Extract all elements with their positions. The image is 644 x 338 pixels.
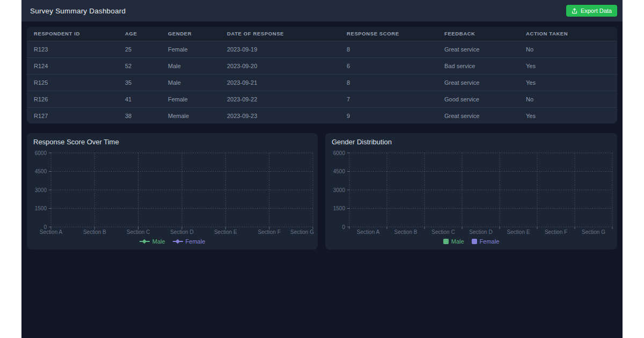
table-cell: R125	[27, 74, 118, 91]
legend-marker	[472, 239, 477, 244]
table-row: R12535Male2023-09-218Great serviceYes	[27, 74, 617, 91]
table-cell: No	[519, 41, 617, 57]
axis-tick-label: Section C	[431, 229, 455, 235]
survey-table-card: RESPONDENT IDAGEGENDERDATE OF RESPONSERE…	[27, 27, 617, 123]
axis-tick-label: Section A	[357, 229, 380, 235]
table-cell: Male	[161, 74, 220, 91]
table-cell: 8	[340, 41, 437, 57]
legend-item-male[interactable]: Male	[443, 238, 464, 245]
legend-item-female[interactable]: Female	[472, 238, 500, 245]
table-cell: Good service	[437, 91, 519, 107]
table-cell: Great service	[437, 41, 519, 57]
export-button-label: Export Data	[581, 8, 612, 14]
table-cell: Male	[161, 57, 220, 74]
table-cell: Yes	[519, 74, 617, 91]
axis-tick-label: Section E	[507, 229, 530, 235]
table-cell: R126	[27, 91, 118, 107]
table-cell: 38	[118, 107, 161, 123]
axis-tick-label: 4500	[35, 168, 47, 174]
legend-marker	[140, 241, 150, 242]
gender-distribution-bar-chart: 01500300045006000Section ASection BSecti…	[325, 149, 617, 235]
table-cell: 7	[340, 91, 437, 107]
table-cell: 41	[118, 91, 161, 107]
legend-marker	[173, 241, 183, 242]
table-cell: 25	[118, 41, 161, 57]
table-cell: 2023-09-22	[220, 91, 340, 107]
page-title: Survey Summary Dashboard	[30, 7, 126, 15]
axis-tick-label: Section E	[214, 229, 237, 235]
column-header: RESPONSE SCORE	[340, 27, 437, 41]
column-header: RESPONDENT ID	[27, 27, 118, 41]
axis-tick-label: Section B	[83, 229, 106, 235]
column-header: GENDER	[161, 27, 220, 41]
table-cell: 2023-09-20	[220, 57, 340, 74]
table-cell: R127	[27, 107, 118, 123]
legend-item-female[interactable]: Female	[173, 238, 206, 245]
axis-tick-label: 1500	[35, 205, 47, 211]
axis-tick-label: Section C	[127, 229, 150, 235]
table-cell: 2023-09-21	[220, 74, 340, 91]
table-row: R12641Female2023-09-227Good serviceNo	[27, 91, 617, 107]
column-header: AGE	[118, 27, 161, 41]
table-cell: 8	[340, 74, 437, 91]
table-cell: R124	[27, 57, 118, 74]
table-cell: Bad service	[437, 57, 519, 74]
response-score-line-chart: 01500300045006000Section ASection BSecti…	[27, 149, 318, 235]
table-cell: Yes	[519, 57, 617, 74]
table-cell: 52	[118, 57, 161, 74]
column-header: FEEDBACK	[437, 27, 519, 41]
table-cell: Memale	[161, 107, 220, 123]
line-chart-legend: MaleFemale	[27, 238, 318, 245]
table-cell: Female	[161, 91, 220, 107]
legend-item-male[interactable]: Male	[140, 238, 165, 245]
axis-tick-label: 1500	[333, 205, 346, 211]
table-cell: No	[519, 91, 617, 107]
axis-tick-label: Section G	[582, 229, 605, 235]
bar-chart-legend: MaleFemale	[325, 238, 617, 245]
axis-tick-label: 4500	[333, 168, 346, 174]
bar-chart-panel: Gender Distribution 01500300045006000Sec…	[325, 133, 617, 249]
survey-table: RESPONDENT IDAGEGENDERDATE OF RESPONSERE…	[27, 27, 617, 123]
dashboard-app: Survey Summary Dashboard Export Data RES…	[21, 0, 623, 338]
table-cell: 2023-09-19	[220, 41, 340, 57]
table-header-row: RESPONDENT IDAGEGENDERDATE OF RESPONSERE…	[27, 27, 617, 41]
axis-tick-label: Section D	[170, 229, 193, 235]
axis-tick-label: 6000	[35, 150, 47, 156]
axis-tick-label: 3000	[35, 187, 47, 193]
line-chart-title: Response Score Over Time	[33, 138, 119, 146]
axis-tick-label: Section D	[469, 229, 492, 235]
axis-tick-label: Section A	[40, 229, 63, 235]
export-data-button[interactable]: Export Data	[566, 5, 617, 17]
axis-tick-label: Section F	[545, 229, 567, 235]
column-header: DATE OF RESPONSE	[220, 27, 340, 41]
column-header: ACTION TAKEN	[519, 27, 617, 41]
legend-label: Male	[152, 238, 165, 245]
legend-marker	[443, 239, 449, 244]
export-upload-icon	[572, 8, 577, 14]
table-cell: Female	[161, 41, 220, 57]
line-chart-panel: Response Score Over Time 015003000450060…	[27, 133, 318, 249]
legend-label: Male	[451, 238, 464, 245]
legend-label: Female	[186, 238, 206, 245]
table-row: R12452Male2023-09-206Bad serviceYes	[27, 57, 617, 74]
table-row: R12738Memale2023-09-239Great serviceYes	[27, 107, 617, 123]
axis-tick-label: 6000	[333, 150, 346, 156]
top-bar: Survey Summary Dashboard Export Data	[21, 0, 623, 21]
axis-tick-label: 3000	[333, 187, 346, 193]
axis-tick-label: 0	[342, 224, 345, 230]
table-cell: 9	[340, 107, 437, 123]
axis-tick-label: Section G	[290, 229, 314, 235]
table-row: R12325Female2023-09-198Great serviceNo	[27, 41, 617, 57]
table-cell: 2023-09-23	[220, 107, 340, 123]
table-cell: 6	[340, 57, 437, 74]
table-cell: 35	[118, 74, 161, 91]
axis-tick-label: Section B	[394, 229, 418, 235]
axis-tick-label: Section F	[258, 229, 281, 235]
bar-chart-title: Gender Distribution	[332, 138, 392, 146]
table-cell: Yes	[519, 107, 617, 123]
table-cell: Great service	[437, 107, 519, 123]
table-cell: Great service	[437, 74, 519, 91]
legend-label: Female	[480, 238, 500, 245]
table-cell: R123	[27, 41, 118, 57]
